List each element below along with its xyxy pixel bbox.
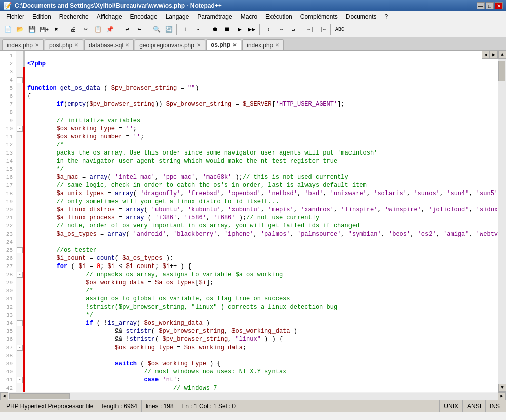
macro-play-button[interactable]: ▶ bbox=[234, 24, 245, 35]
menu-documents[interactable]: Documents bbox=[342, 12, 381, 21]
menu-affichage[interactable]: Affichage bbox=[93, 12, 126, 21]
zoom-out-button[interactable]: - bbox=[192, 24, 204, 35]
tab-close-icon[interactable]: ✕ bbox=[232, 42, 237, 48]
replace-button[interactable]: 🔄 bbox=[163, 24, 174, 35]
hscroll-right-button[interactable]: ▶ bbox=[498, 392, 506, 400]
window-title: C:\Documents and Settings\Xylitol\Bureau… bbox=[15, 2, 477, 9]
length-section: length : 6964 bbox=[98, 400, 142, 412]
nav-right-icon[interactable]: ▶ bbox=[490, 51, 498, 59]
line-numbers: 1 2 3 4 5 6 7 8 9 10 11 12 13 14 15 16 1… bbox=[0, 51, 16, 392]
menu-parametrage[interactable]: Paramétrage bbox=[193, 12, 236, 21]
tab-close-icon[interactable]: ✕ bbox=[74, 42, 79, 48]
toolbar-sep6 bbox=[259, 24, 261, 35]
menu-langage[interactable]: Langage bbox=[162, 12, 193, 21]
fold-marker-34[interactable]: - bbox=[17, 320, 23, 326]
save-all-button[interactable]: 💾+ bbox=[38, 24, 50, 35]
sync-h-button[interactable]: ↔ bbox=[276, 24, 287, 35]
menu-edition[interactable]: Edition bbox=[28, 12, 55, 21]
encoding-text: ANSI bbox=[467, 403, 481, 410]
find-button[interactable]: 🔍 bbox=[151, 24, 162, 35]
tab-geoipregionvars[interactable]: geoipregionvars.php ✕ bbox=[135, 39, 205, 50]
tab-post-php[interactable]: post.php ✕ bbox=[45, 39, 83, 50]
horizontal-scrollbar[interactable]: ◀ ▶ bbox=[0, 392, 506, 400]
editor-container: ◀ ▶ 1 2 3 4 5 6 7 8 9 10 11 12 13 14 15 … bbox=[0, 51, 506, 400]
encoding-section: ANSI bbox=[463, 400, 486, 412]
tab-label: geoipregionvars.php bbox=[139, 42, 194, 49]
scroll-track[interactable] bbox=[498, 59, 506, 384]
scroll-up-button[interactable]: ▲ bbox=[498, 51, 506, 59]
cut-button[interactable]: ✂ bbox=[80, 24, 91, 35]
tab-close-icon[interactable]: ✕ bbox=[35, 42, 39, 48]
ins-section: INS bbox=[486, 400, 504, 412]
print-button[interactable]: 🖨 bbox=[68, 24, 79, 35]
macro-run-button[interactable]: ▶▶ bbox=[246, 24, 257, 35]
tab-database-sql[interactable]: database.sql ✕ bbox=[84, 39, 134, 50]
lines-text: lines : 198 bbox=[146, 403, 174, 410]
tab-close-icon[interactable]: ✕ bbox=[197, 42, 201, 48]
close-button2[interactable]: ✖ bbox=[51, 24, 62, 35]
toolbar-sep2 bbox=[118, 24, 120, 35]
menu-macro[interactable]: Macro bbox=[237, 12, 261, 21]
hscroll-track[interactable] bbox=[8, 393, 498, 400]
close-button[interactable]: ✕ bbox=[495, 2, 503, 9]
fold-marker-25[interactable]: - bbox=[17, 247, 23, 253]
new-button[interactable]: 📄 bbox=[2, 24, 13, 35]
macro-rec-button[interactable]: ⏺ bbox=[210, 24, 221, 35]
app-icon: 📝 bbox=[3, 2, 12, 10]
toolbar-sep7 bbox=[301, 24, 303, 35]
macro-stop-button[interactable]: ⏹ bbox=[222, 24, 233, 35]
hscroll-left-button[interactable]: ◀ bbox=[0, 392, 8, 400]
ins-text: INS bbox=[490, 403, 500, 410]
tab-label: index.php bbox=[7, 42, 33, 49]
word-wrap-button[interactable]: ↵ bbox=[288, 24, 299, 35]
hscroll-thumb[interactable] bbox=[9, 393, 70, 399]
menu-encodage[interactable]: Encodage bbox=[126, 12, 162, 21]
window-controls: — □ ✕ bbox=[477, 2, 503, 9]
nav-arrows: ◀ ▶ bbox=[482, 51, 498, 59]
fold-margin: - - - - bbox=[16, 51, 23, 392]
save-button[interactable]: 💾 bbox=[26, 24, 37, 35]
sync-v-button[interactable]: ↕ bbox=[263, 24, 275, 35]
dos-section: UNIX bbox=[440, 400, 463, 412]
tabbar: index.php ✕ post.php ✕ database.sql ✕ ge… bbox=[0, 37, 506, 51]
copy-button[interactable]: 📋 bbox=[92, 24, 103, 35]
zoom-in-button[interactable]: + bbox=[180, 24, 191, 35]
tab-close-icon[interactable]: ✕ bbox=[125, 42, 129, 48]
outdent-button[interactable]: |← bbox=[317, 24, 328, 35]
tab-index-php-1[interactable]: index.php ✕ bbox=[2, 39, 44, 50]
position-text: Ln : 1 Col : 1 Sel : 0 bbox=[182, 403, 236, 410]
paste-button[interactable]: 📌 bbox=[104, 24, 115, 35]
menubar: Fichier Edition Recherche Affichage Enco… bbox=[0, 11, 506, 22]
code-editor[interactable]: <?php function get_os_data ( $pv_browser… bbox=[25, 51, 498, 392]
fold-marker-28[interactable]: - bbox=[17, 272, 23, 278]
dos-text: UNIX bbox=[444, 403, 458, 410]
fold-marker-41[interactable]: - bbox=[17, 377, 23, 383]
position-section: Ln : 1 Col : 1 Sel : 0 bbox=[178, 400, 440, 412]
minimize-button[interactable]: — bbox=[477, 2, 485, 9]
tab-close-icon[interactable]: ✕ bbox=[275, 42, 279, 48]
fold-marker-10[interactable]: - bbox=[17, 126, 23, 132]
tab-index-php-2[interactable]: index.php ✕ bbox=[242, 39, 284, 50]
nav-left-icon[interactable]: ◀ bbox=[482, 51, 490, 59]
spellcheck-button[interactable]: ABC bbox=[334, 24, 345, 35]
menu-fichier[interactable]: Fichier bbox=[2, 12, 28, 21]
menu-complements[interactable]: Compléments bbox=[296, 12, 342, 21]
tab-label: database.sql bbox=[89, 42, 123, 49]
redo-button[interactable]: ↪ bbox=[134, 24, 145, 35]
fold-marker-37[interactable]: - bbox=[17, 345, 23, 351]
open-button[interactable]: 📂 bbox=[14, 24, 25, 35]
toolbar-sep1 bbox=[64, 24, 66, 35]
maximize-button[interactable]: □ bbox=[486, 2, 494, 9]
vertical-scrollbar[interactable]: ▲ ▼ bbox=[498, 51, 506, 392]
scroll-down-button[interactable]: ▼ bbox=[498, 384, 506, 392]
menu-help[interactable]: ? bbox=[381, 12, 393, 21]
lines-section: lines : 198 bbox=[142, 400, 178, 412]
indent-button[interactable]: →| bbox=[305, 24, 316, 35]
scroll-thumb[interactable] bbox=[498, 61, 505, 81]
menu-recherche[interactable]: Recherche bbox=[55, 12, 93, 21]
undo-button[interactable]: ↩ bbox=[122, 24, 133, 35]
menu-execution[interactable]: Exécution bbox=[261, 12, 296, 21]
tab-os-php[interactable]: os.php ✕ bbox=[206, 39, 241, 50]
titlebar: 📝 C:\Documents and Settings\Xylitol\Bure… bbox=[0, 0, 506, 11]
fold-marker-4[interactable]: - bbox=[17, 77, 23, 83]
